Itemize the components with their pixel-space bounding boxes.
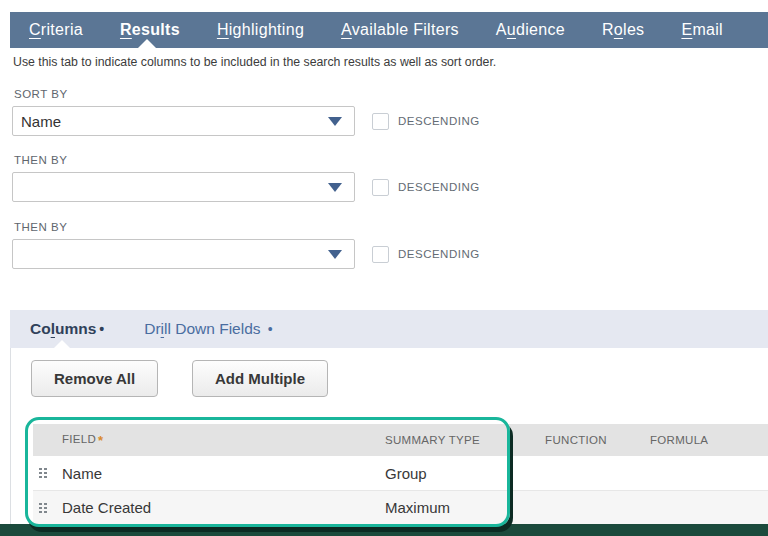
summary-type-cell[interactable]: Group bbox=[385, 465, 510, 482]
then-by-select-1[interactable] bbox=[12, 172, 355, 202]
active-tab-caret-icon bbox=[138, 39, 156, 48]
add-multiple-button[interactable]: Add Multiple bbox=[192, 360, 328, 397]
summary-type-column-header: SUMMARY TYPE bbox=[385, 434, 510, 446]
subtab-columns[interactable]: Columns• bbox=[30, 320, 104, 338]
table-row[interactable]: Name Group bbox=[33, 456, 768, 490]
tab-criteria[interactable]: Criteria bbox=[29, 21, 83, 39]
then-by-label: THEN BY bbox=[14, 154, 480, 166]
field-column-header: FIELD* bbox=[62, 433, 385, 448]
formula-column-header: FORMULA bbox=[642, 434, 768, 446]
drag-handle-icon[interactable] bbox=[39, 503, 47, 513]
descending-label: DESCENDING bbox=[398, 181, 480, 193]
drag-handle-icon[interactable] bbox=[39, 468, 47, 478]
tab-audience[interactable]: Audience bbox=[496, 21, 565, 39]
dropdown-arrow-icon bbox=[328, 250, 342, 259]
tab-email[interactable]: Email bbox=[681, 21, 723, 39]
active-subtab-caret-icon bbox=[54, 340, 70, 348]
then-by-select-2[interactable] bbox=[12, 239, 355, 269]
columns-table: FIELD* SUMMARY TYPE FUNCTION FORMULA Nam… bbox=[33, 424, 768, 524]
then-by-label: THEN BY bbox=[14, 221, 480, 233]
tab-description: Use this tab to indicate columns to be i… bbox=[13, 55, 496, 69]
sort-section-2: THEN BY DESCENDING bbox=[12, 154, 480, 202]
descending-checkbox-3[interactable] bbox=[372, 246, 389, 263]
function-column-header: FUNCTION bbox=[510, 434, 642, 446]
tab-results[interactable]: Results bbox=[120, 21, 180, 39]
remove-all-button[interactable]: Remove All bbox=[31, 360, 158, 397]
tab-roles[interactable]: Roles bbox=[602, 21, 644, 39]
table-header-row: FIELD* SUMMARY TYPE FUNCTION FORMULA bbox=[33, 424, 768, 456]
sort-section-3: THEN BY DESCENDING bbox=[12, 221, 480, 269]
subtab-bullet: • bbox=[268, 321, 273, 337]
summary-type-cell[interactable]: Maximum bbox=[385, 499, 510, 516]
sort-by-value: Name bbox=[21, 113, 61, 130]
table-row[interactable]: Date Created Maximum bbox=[33, 490, 768, 524]
main-tab-bar: Criteria Results Highlighting Available … bbox=[10, 12, 768, 48]
subtab-drill-down-fields[interactable]: Drill Down Fields • bbox=[144, 320, 273, 338]
descending-label: DESCENDING bbox=[398, 248, 480, 260]
field-cell[interactable]: Name bbox=[62, 465, 385, 482]
tab-available-filters[interactable]: Available Filters bbox=[341, 21, 459, 39]
descending-label: DESCENDING bbox=[398, 115, 480, 127]
bottom-bar bbox=[0, 524, 768, 536]
field-cell[interactable]: Date Created bbox=[62, 499, 385, 516]
sort-section-1: SORT BY Name DESCENDING bbox=[12, 88, 480, 136]
descending-checkbox-2[interactable] bbox=[372, 179, 389, 196]
dropdown-arrow-icon bbox=[328, 117, 342, 126]
subtab-bullet: • bbox=[99, 321, 104, 337]
dropdown-arrow-icon bbox=[328, 183, 342, 192]
required-asterisk: * bbox=[98, 433, 103, 448]
descending-checkbox-1[interactable] bbox=[372, 113, 389, 130]
sort-by-select[interactable]: Name bbox=[12, 106, 355, 136]
content-left-border bbox=[10, 348, 11, 536]
sort-by-label: SORT BY bbox=[14, 88, 480, 100]
subtab-bar: Columns• Drill Down Fields • bbox=[10, 310, 768, 348]
tab-highlighting[interactable]: Highlighting bbox=[217, 21, 304, 39]
